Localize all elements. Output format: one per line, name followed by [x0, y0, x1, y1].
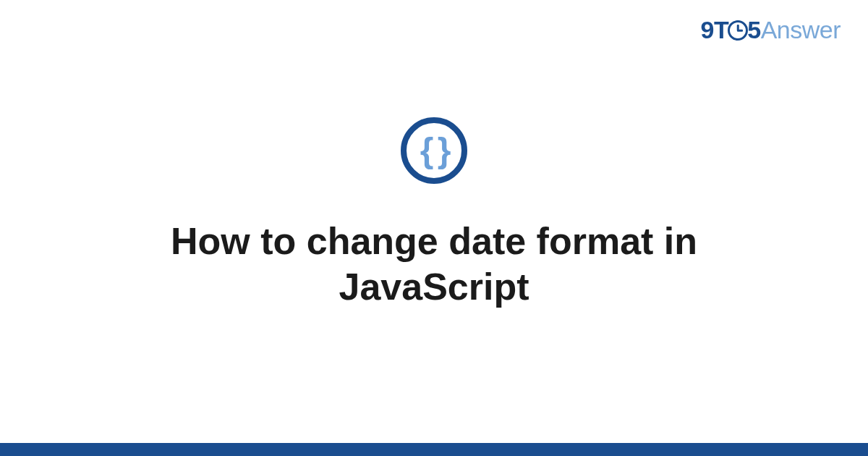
main-content: { } How to change date format in JavaScr… — [0, 0, 868, 456]
page-title: How to change date format in JavaScript — [109, 219, 760, 311]
footer-accent-bar — [0, 443, 868, 456]
code-braces-icon: { } — [401, 117, 467, 184]
